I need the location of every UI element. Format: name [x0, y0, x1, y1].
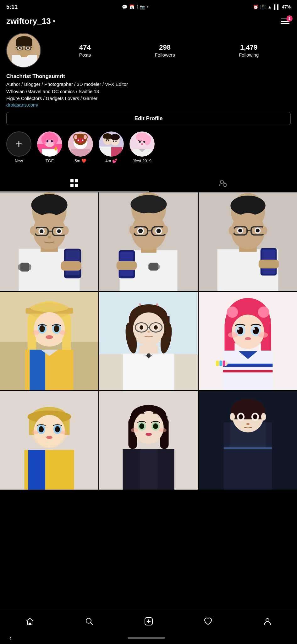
battery-icon: 47% [282, 4, 291, 9]
story-circle-5m [68, 131, 93, 157]
grid-item[interactable] [99, 391, 198, 490]
grid-item[interactable] [99, 292, 198, 390]
nav-profile[interactable] [257, 616, 278, 627]
grid-item[interactable] [0, 292, 98, 390]
svg-point-204 [228, 332, 238, 338]
svg-rect-186 [123, 353, 174, 390]
svg-point-188 [147, 353, 151, 356]
dot-icon: • [147, 4, 149, 9]
svg-point-55 [113, 140, 114, 142]
add-icon [144, 617, 153, 626]
svg-point-261 [239, 414, 243, 419]
tab-tagged[interactable] [149, 175, 297, 192]
story-circle-4m [99, 131, 124, 157]
story-label-new: New [15, 158, 23, 163]
svg-point-126 [230, 195, 265, 215]
svg-rect-75 [75, 184, 78, 187]
photo-grid [0, 192, 297, 490]
svg-point-262 [253, 414, 257, 419]
nav-activity[interactable] [197, 616, 219, 627]
profile-icon [263, 617, 272, 626]
svg-point-43 [78, 139, 79, 141]
home-indicator[interactable] [128, 637, 165, 639]
followers-stat[interactable]: 298 Followers [155, 43, 175, 58]
svg-rect-99 [20, 263, 29, 271]
svg-point-92 [30, 226, 36, 235]
following-label: Following [239, 52, 259, 58]
svg-rect-141 [259, 259, 279, 268]
tab-bar [0, 175, 297, 192]
svg-point-53 [106, 140, 107, 141]
followers-label: Followers [155, 52, 175, 58]
home-bar: ‹ [0, 631, 297, 644]
svg-point-206 [245, 337, 251, 340]
svg-point-182 [140, 325, 143, 330]
svg-point-245 [153, 423, 158, 429]
tab-grid[interactable] [0, 175, 149, 192]
svg-rect-214 [220, 360, 222, 366]
svg-point-202 [237, 327, 239, 330]
svg-point-38 [84, 135, 87, 139]
svg-point-26 [51, 140, 53, 142]
posts-label: Posts [79, 52, 91, 58]
svg-point-228 [60, 430, 67, 434]
top-nav: zwiftory_13 ▾ 1 [0, 13, 297, 30]
story-item-4m[interactable]: 4m 💕 [99, 131, 124, 163]
svg-point-136 [256, 229, 260, 232]
username-row[interactable]: zwiftory_13 ▾ [6, 16, 55, 26]
svg-rect-210 [223, 364, 273, 367]
story-label-4m: 4m 💕 [105, 158, 117, 163]
story-item-5m[interactable]: 5m ❤️ [68, 131, 93, 163]
posts-stat[interactable]: 474 Posts [79, 43, 91, 58]
svg-point-93 [63, 226, 69, 235]
svg-point-229 [46, 436, 52, 439]
person-tag-icon [219, 179, 227, 187]
svg-point-273 [266, 619, 269, 622]
plus-icon: + [15, 138, 22, 150]
story-circle-jfest [129, 131, 155, 157]
followers-count: 298 [159, 43, 171, 52]
svg-point-135 [238, 229, 242, 232]
story-item-jfest[interactable]: Jfest 2019 [129, 131, 155, 163]
svg-rect-185 [139, 345, 158, 354]
grid-item[interactable] [0, 192, 98, 291]
stats-row: 474 Posts 298 Followers 1,479 Following [47, 43, 291, 58]
svg-point-114 [138, 229, 143, 233]
svg-rect-211 [223, 370, 273, 372]
grid-item[interactable] [199, 292, 297, 390]
svg-rect-213 [216, 360, 219, 366]
heart-icon [204, 617, 212, 626]
story-item-tge[interactable]: ✌ TGE [37, 131, 62, 163]
svg-point-265 [246, 423, 250, 425]
svg-point-227 [31, 430, 38, 434]
grid-item[interactable] [199, 192, 297, 291]
svg-point-226 [55, 426, 60, 432]
nav-home[interactable] [19, 616, 41, 627]
nav-search[interactable] [79, 616, 100, 627]
svg-point-52 [110, 134, 120, 140]
svg-point-263 [230, 413, 235, 420]
edit-profile-button[interactable]: Edit Profile [6, 112, 291, 125]
profile-header: 474 Posts 298 Followers 1,479 Following [6, 33, 291, 68]
story-item-new[interactable]: + New [6, 131, 31, 163]
grid-item[interactable] [199, 391, 297, 490]
grid-item[interactable] [0, 391, 98, 490]
back-chevron[interactable]: ‹ [9, 634, 12, 641]
svg-point-81 [31, 194, 67, 216]
svg-rect-74 [70, 184, 74, 187]
svg-point-158 [32, 330, 40, 335]
svg-point-91 [57, 229, 61, 233]
following-stat[interactable]: 1,479 Following [239, 43, 259, 58]
status-icons: 💬 📅 f 📷 • [122, 4, 148, 10]
svg-point-94 [48, 236, 51, 238]
svg-point-225 [39, 426, 44, 432]
svg-rect-122 [149, 263, 158, 270]
grid-item[interactable] [99, 192, 198, 291]
nav-add[interactable] [138, 616, 159, 627]
svg-rect-250 [140, 449, 157, 489]
status-bar: 5:11 💬 📅 f 📷 • ⏰ 📳 ▲ ▌▌ 47% [0, 0, 297, 13]
chevron-down-icon: ▾ [53, 18, 55, 24]
avatar[interactable] [6, 33, 41, 68]
svg-rect-6 [16, 40, 32, 46]
bio-link[interactable]: droidsans.com/ [6, 102, 291, 108]
